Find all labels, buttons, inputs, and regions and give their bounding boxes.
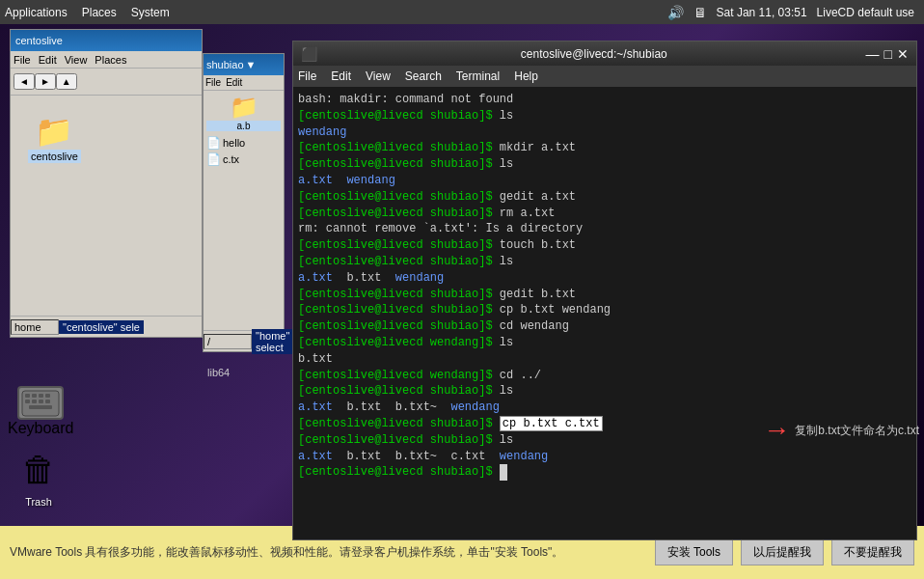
terminal-titlebar: ⬛ centoslive@livecd:~/shubiao — □ ✕ <box>293 41 916 66</box>
term-line-20: a.txt b.txt b.txt~ wendang <box>298 400 911 416</box>
terminal-title: centoslive@livecd:~/shubiao <box>322 47 866 61</box>
clock-display: Sat Jan 11, 03:51 <box>717 6 807 19</box>
top-menu-applications[interactable]: Applications <box>5 6 68 19</box>
terminal-win-controls: — □ ✕ <box>866 46 909 62</box>
fm2-menubar: File Edit <box>204 75 284 91</box>
term-user-2: [centoslive@livecd shubiao]$ <box>298 109 493 123</box>
fm2-menu-edit[interactable]: Edit <box>226 77 242 88</box>
svg-rect-7 <box>39 400 43 403</box>
clock-area: 🔊 🖥 Sat Jan 11, 03:51 LiveCD default use <box>667 5 914 20</box>
term-line-24: [centoslive@livecd shubiao]$ <box>298 464 911 481</box>
term-line-1: bash: makdir: command not found <box>298 92 911 108</box>
fm1-addr-selected: "centoslive" sele <box>59 320 144 334</box>
fm1-folder-item[interactable]: 📁 centoslive <box>23 108 86 168</box>
desktop: Applications Places System 🔊 🖥 Sat Jan 1… <box>0 0 924 579</box>
fm1-menu-file[interactable]: File <box>14 54 31 66</box>
terminal-icon: ⬛ <box>301 46 317 62</box>
fm1-up-btn[interactable]: ▲ <box>56 73 77 90</box>
minimize-btn[interactable]: — <box>866 46 880 62</box>
fm1-addr-left[interactable]: home <box>11 319 59 335</box>
remind-later-btn[interactable]: 以后提醒我 <box>741 539 824 565</box>
fm1-forward-btn[interactable]: ► <box>35 73 56 90</box>
term-line-19: [centoslive@livecd shubiao]$ ls <box>298 383 911 400</box>
svg-rect-4 <box>45 394 50 398</box>
hello-file-label: hello <box>223 137 245 149</box>
top-menu-places[interactable]: Places <box>82 6 117 19</box>
lib64-label: lib64 <box>207 367 230 378</box>
keyboard-desktop-icon[interactable]: Keyboard <box>8 386 74 437</box>
svg-rect-8 <box>45 400 50 403</box>
term-menu-search[interactable]: Search <box>405 69 442 83</box>
fm2-menu-file[interactable]: File <box>205 77 221 88</box>
term-menu-terminal[interactable]: Terminal <box>456 69 500 83</box>
top-menu-items: Applications Places System <box>0 6 170 19</box>
term-output-3: wendang <box>298 125 346 139</box>
fm2-file-hello[interactable]: 📄 hello <box>206 136 281 150</box>
term-menu-file[interactable]: File <box>298 69 316 83</box>
keyboard-icon <box>17 386 64 420</box>
notification-text: VMware Tools 具有很多功能，能改善鼠标移动性、视频和性能。请登录客户… <box>10 544 647 561</box>
folder-icon: 📁 <box>35 113 73 150</box>
no-remind-btn[interactable]: 不要提醒我 <box>831 539 914 565</box>
fm1-menubar: File Edit View Places <box>11 51 202 69</box>
term-line-8: [centoslive@livecd shubiao]$ rm a.txt <box>298 206 911 222</box>
fm2-dropdown-icon[interactable]: ▼ <box>246 59 257 70</box>
filemanager-centoslive: centoslive File Edit View Places ◄ ► ▲ 📁… <box>10 29 203 338</box>
annotation-text: 复制b.txt文件命名为c.txt <box>795 423 919 439</box>
fm1-titlebar: centoslive <box>11 30 202 51</box>
fm2-addr-selected: "home" select <box>252 329 293 354</box>
term-output-1: bash: makdir: command not found <box>298 93 513 106</box>
term-line-2: [centoslive@livecd shubiao]$ ls <box>298 108 911 124</box>
term-line-14: [centoslive@livecd shubiao]$ cp b.txt we… <box>298 302 911 318</box>
annotation-arrow: → <box>763 415 790 446</box>
svg-rect-2 <box>32 394 37 398</box>
svg-rect-9 <box>29 405 52 409</box>
trash-label: Trash <box>25 496 52 508</box>
terminal-window[interactable]: ⬛ centoslive@livecd:~/shubiao — □ ✕ File… <box>292 41 917 540</box>
cursor <box>500 464 507 481</box>
top-menu-system[interactable]: System <box>131 6 170 19</box>
term-menu-view[interactable]: View <box>366 69 391 83</box>
fm2-addr-left[interactable]: / <box>204 334 252 349</box>
user-label: LiveCD default use <box>817 6 914 19</box>
fm1-menu-edit[interactable]: Edit <box>39 54 57 66</box>
term-menu-help[interactable]: Help <box>514 69 538 83</box>
fm1-menu-places[interactable]: Places <box>95 54 126 66</box>
terminal-menubar: File Edit View Search Terminal Help <box>293 66 916 87</box>
fm2-folder-icon: 📁 <box>206 94 281 121</box>
term-cmd-2: ls <box>493 109 514 123</box>
term-menu-edit[interactable]: Edit <box>331 69 351 83</box>
fm1-back-btn[interactable]: ◄ <box>14 73 35 90</box>
term-line-16: [centoslive@livecd wendang]$ ls <box>298 335 911 351</box>
term-line-7: [centoslive@livecd shubiao]$ gedit a.txt <box>298 189 911 206</box>
keyboard-label: Keyboard <box>8 420 74 437</box>
filemanager-shubiao: shubiao ▼ File Edit 📁 a.b 📄 hello 📄 c.tx <box>203 53 285 352</box>
term-line-18: [centoslive@livecd wendang]$ cd ../ <box>298 368 911 384</box>
ctx-file-label: c.tx <box>223 153 239 165</box>
maximize-btn[interactable]: □ <box>884 46 892 62</box>
term-line-17: b.txt <box>298 351 911 368</box>
fm1-menu-view[interactable]: View <box>65 54 88 66</box>
fm2-titlebar: shubiao ▼ <box>204 54 284 75</box>
fm2-file-ctx[interactable]: 📄 c.tx <box>206 152 281 166</box>
terminal-content[interactable]: bash: makdir: command not found [centosl… <box>293 87 916 539</box>
hello-file-icon: 📄 <box>206 136 221 150</box>
install-tools-btn[interactable]: 安装 Tools <box>655 539 733 565</box>
ctx-file-icon: 📄 <box>206 152 221 166</box>
annotation: → 复制b.txt文件命名为c.txt <box>763 415 919 446</box>
fm1-statusbar: home "centoslive" sele <box>11 316 202 337</box>
trash-desktop-icon[interactable]: 🗑 Trash <box>5 442 72 512</box>
fm2-folder-group: 📁 a.b <box>206 94 281 131</box>
svg-rect-5 <box>25 400 30 403</box>
close-btn[interactable]: ✕ <box>897 46 909 62</box>
term-line-10: [centoslive@livecd shubiao]$ touch b.txt <box>298 237 911 254</box>
top-menubar: Applications Places System 🔊 🖥 Sat Jan 1… <box>0 0 924 24</box>
term-line-13: [centoslive@livecd shubiao]$ gedit b.txt <box>298 287 911 303</box>
trash-icon: 🗑 <box>15 447 62 493</box>
fm1-toolbar: ◄ ► ▲ <box>11 69 202 96</box>
fm2-content: 📁 a.b 📄 hello 📄 c.tx <box>204 91 284 169</box>
highlighted-cmd: cp b.txt c.txt <box>500 416 603 431</box>
term-line-4: [centoslive@livecd shubiao]$ mkdir a.txt <box>298 140 911 156</box>
term-line-15: [centoslive@livecd shubiao]$ cd wendang <box>298 318 911 335</box>
term-line-3: wendang <box>298 124 911 141</box>
